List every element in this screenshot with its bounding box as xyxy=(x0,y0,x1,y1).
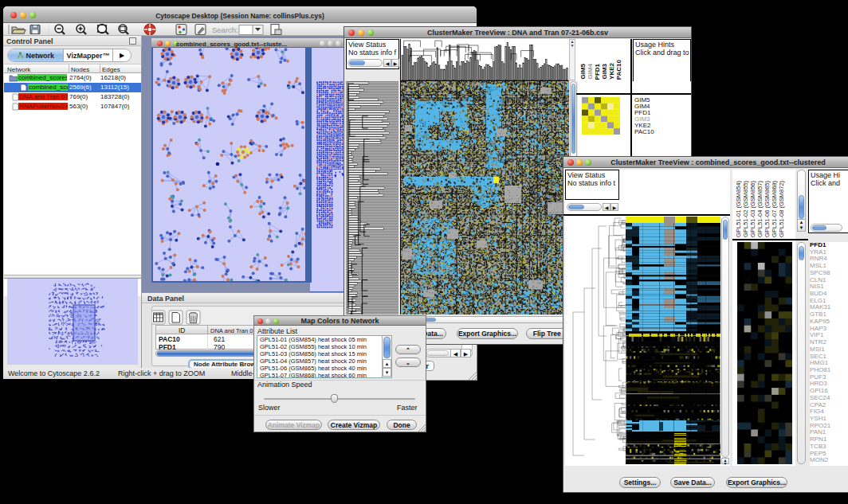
svg-text:Search:: Search: xyxy=(212,25,238,34)
